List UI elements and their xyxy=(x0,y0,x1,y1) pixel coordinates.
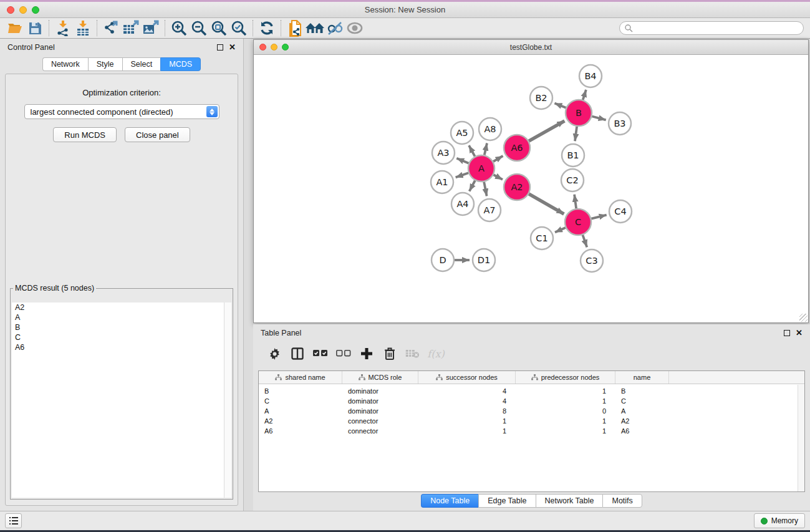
graph-node-C2[interactable]: C2 xyxy=(561,169,584,191)
column-header-name[interactable]: name xyxy=(615,371,669,384)
tab-mcds[interactable]: MCDS xyxy=(160,57,201,71)
table-cell[interactable]: A xyxy=(615,406,669,416)
save-session-icon[interactable] xyxy=(25,19,45,37)
graph-edge[interactable] xyxy=(470,181,475,191)
table-cell[interactable]: connector xyxy=(342,426,418,436)
column-header-mcds-role[interactable]: MCDS role xyxy=(342,371,418,384)
table-cell[interactable]: dominator xyxy=(342,386,418,396)
show-graphics-icon[interactable] xyxy=(345,19,365,37)
list-item[interactable]: A xyxy=(12,312,231,322)
zoom-fit-icon[interactable] xyxy=(209,19,229,37)
graph-edge[interactable] xyxy=(469,145,475,157)
export-table-icon[interactable] xyxy=(121,19,141,37)
graph-node-A4[interactable]: A4 xyxy=(451,193,474,215)
graph-edge[interactable] xyxy=(591,215,606,219)
graph-node-B4[interactable]: B4 xyxy=(579,65,602,87)
graph-edge[interactable] xyxy=(529,121,564,141)
graph-edge[interactable] xyxy=(456,173,469,177)
delete-table-icon[interactable] xyxy=(404,346,422,362)
tab-edge-table[interactable]: Edge Table xyxy=(478,494,535,508)
zoom-selected-icon[interactable] xyxy=(229,19,249,37)
table-cell[interactable]: 4 xyxy=(418,386,516,396)
table-cell[interactable]: 0 xyxy=(516,406,615,416)
tab-node-table[interactable]: Node Table xyxy=(421,494,478,508)
list-item[interactable]: C xyxy=(12,332,231,342)
table-cell[interactable]: A2 xyxy=(259,416,342,426)
graph-node-A6[interactable]: A6 xyxy=(504,135,530,161)
graph-node-B2[interactable]: B2 xyxy=(530,87,552,109)
graph-edge[interactable] xyxy=(582,235,587,248)
table-cell[interactable]: A6 xyxy=(259,426,342,436)
graph-node-C[interactable]: C xyxy=(565,209,591,235)
table-cell[interactable]: connector xyxy=(342,416,418,426)
search-input[interactable] xyxy=(633,24,803,32)
table-cell[interactable]: C xyxy=(259,396,342,406)
graph-node-A7[interactable]: A7 xyxy=(478,199,501,221)
list-item[interactable]: A6 xyxy=(12,342,231,352)
zoom-out-icon[interactable] xyxy=(189,19,209,37)
graph-node-A8[interactable]: A8 xyxy=(479,118,501,140)
list-item[interactable]: A2 xyxy=(12,302,231,312)
tab-network-table[interactable]: Network Table xyxy=(536,494,603,508)
home-icon[interactable] xyxy=(305,19,325,37)
table-cell[interactable]: 1 xyxy=(418,416,516,426)
graph-node-C3[interactable]: C3 xyxy=(581,249,603,272)
table-settings-icon[interactable] xyxy=(266,346,283,362)
table-cell[interactable]: B xyxy=(259,386,342,396)
import-table-icon[interactable] xyxy=(73,19,93,37)
table-cell[interactable]: 1 xyxy=(516,426,615,436)
table-cell[interactable]: dominator xyxy=(342,406,418,416)
select-columns-icon[interactable] xyxy=(312,346,329,362)
table-cell[interactable]: A xyxy=(259,406,342,416)
refresh-view-icon[interactable] xyxy=(257,19,277,37)
add-column-icon[interactable] xyxy=(358,346,375,362)
graph-edge[interactable] xyxy=(494,175,503,180)
table-row[interactable]: A dominator 8 0 A xyxy=(259,406,804,416)
graph-node-A5[interactable]: A5 xyxy=(451,122,473,144)
graph-node-C4[interactable]: C4 xyxy=(609,200,632,223)
table-cell[interactable]: dominator xyxy=(342,396,418,406)
hide-graphics-icon[interactable] xyxy=(325,19,345,37)
table-cell[interactable]: 1 xyxy=(418,426,516,436)
table-cell[interactable]: A2 xyxy=(615,416,669,426)
mcds-result-list[interactable]: A2 A B C A6 xyxy=(12,302,231,498)
close-table-panel-icon[interactable]: ✕ xyxy=(796,330,803,336)
open-session-icon[interactable] xyxy=(5,19,25,37)
graph-node-C1[interactable]: C1 xyxy=(531,227,553,249)
table-cell[interactable]: 1 xyxy=(516,416,615,426)
node-table[interactable]: shared name MCDS role successor nodes pr… xyxy=(258,370,805,492)
close-panel-icon[interactable]: ✕ xyxy=(229,44,236,51)
graph-edge[interactable] xyxy=(583,90,586,100)
graph-node-A2[interactable]: A2 xyxy=(504,174,530,200)
column-header-predecessor-nodes[interactable]: predecessor nodes xyxy=(516,371,615,384)
float-panel-icon[interactable] xyxy=(217,44,223,51)
table-row[interactable]: C dominator 4 1 C xyxy=(259,396,804,406)
table-row[interactable]: B dominator 4 1 B xyxy=(259,386,804,396)
table-scrollbar[interactable] xyxy=(798,385,804,491)
float-table-panel-icon[interactable] xyxy=(784,330,790,336)
tab-select[interactable]: Select xyxy=(122,57,161,71)
list-item[interactable]: B xyxy=(12,322,231,332)
graph-edge[interactable] xyxy=(529,194,564,214)
table-row[interactable]: A6 connector 1 1 A6 xyxy=(259,426,804,436)
graph-node-B3[interactable]: B3 xyxy=(609,112,631,135)
table-cell[interactable]: 1 xyxy=(516,396,615,406)
export-network-icon[interactable] xyxy=(101,19,121,37)
task-history-button[interactable] xyxy=(5,513,22,528)
memory-button[interactable]: Memory xyxy=(754,513,805,528)
tab-network[interactable]: Network xyxy=(42,57,88,71)
graph-edge[interactable] xyxy=(554,104,566,108)
table-cell[interactable]: A6 xyxy=(615,426,669,436)
resize-grip[interactable] xyxy=(799,314,808,322)
delete-column-icon[interactable] xyxy=(381,346,398,362)
tab-motifs[interactable]: Motifs xyxy=(602,494,642,508)
run-mcds-button[interactable]: Run MCDS xyxy=(53,127,117,142)
table-cell[interactable]: C xyxy=(615,396,669,406)
close-panel-button[interactable]: Close panel xyxy=(125,127,190,142)
graph-edge[interactable] xyxy=(575,127,577,141)
table-row[interactable]: A2 connector 1 1 A2 xyxy=(259,416,804,426)
network-graph[interactable]: B4B2BB3A8A5A6A3B1AC2A1A2A4A7C4CC1DD1C3 xyxy=(254,55,808,322)
column-layout-icon[interactable] xyxy=(289,346,306,362)
network-canvas[interactable]: B4B2BB3A8A5A6A3B1AC2A1A2A4A7C4CC1DD1C3 xyxy=(254,55,808,322)
import-network-icon[interactable] xyxy=(53,19,73,37)
